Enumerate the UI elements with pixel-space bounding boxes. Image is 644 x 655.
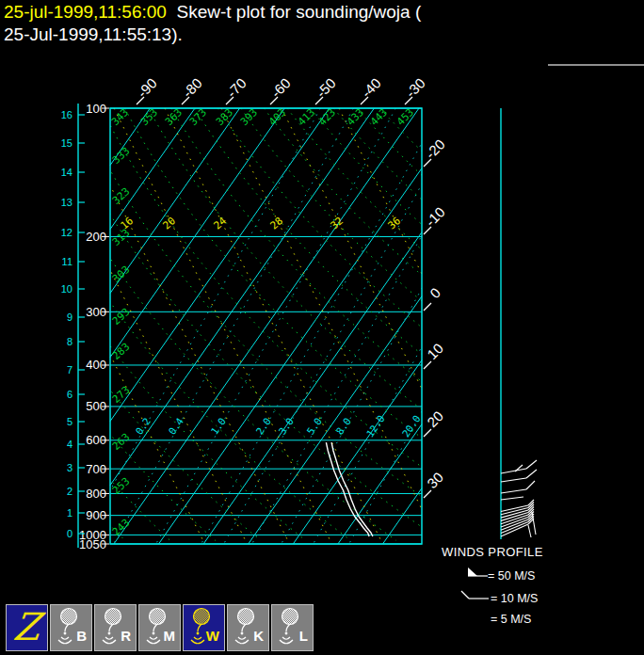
toolbar-button-b[interactable]: B	[50, 604, 92, 651]
svg-text:393: 393	[238, 106, 260, 128]
toolbar-button-z[interactable]: Z	[6, 604, 48, 651]
svg-text:343: 343	[109, 106, 131, 128]
svg-text:283: 283	[110, 341, 132, 362]
svg-text:0: 0	[67, 528, 72, 539]
button-letter: L	[299, 628, 308, 644]
button-letter: W	[206, 628, 219, 644]
svg-text:700: 700	[86, 462, 106, 476]
svg-text:-90: -90	[134, 74, 159, 100]
svg-text:12: 12	[61, 227, 72, 238]
button-letter: M	[164, 628, 176, 644]
winds-profile-title: WINDS PROFILE	[442, 545, 543, 559]
svg-text:300: 300	[86, 305, 106, 319]
legend-label-5ms: = 5 M/S	[491, 613, 531, 626]
mixing-ratio-lines	[81, 108, 589, 544]
toolbar-button-m[interactable]: M	[138, 604, 181, 651]
svg-text:-60: -60	[267, 74, 293, 100]
svg-text:6: 6	[67, 389, 72, 400]
svg-text:28: 28	[267, 215, 285, 232]
svg-text:263: 263	[110, 431, 132, 453]
svg-text:433: 433	[345, 106, 366, 128]
temperature-trace	[331, 442, 373, 536]
svg-text:600: 600	[86, 433, 106, 447]
svg-text:0: 0	[427, 284, 443, 301]
wind-profile	[501, 108, 537, 539]
svg-text:8: 8	[67, 336, 72, 347]
svg-text:-80: -80	[179, 74, 204, 100]
svg-text:15: 15	[61, 137, 72, 149]
svg-text:363: 363	[163, 106, 185, 128]
legend-symbols	[461, 567, 489, 602]
svg-text:-50: -50	[313, 74, 338, 100]
svg-text:500: 500	[86, 399, 106, 413]
svg-text:333: 333	[110, 145, 132, 167]
svg-text:293: 293	[110, 306, 132, 328]
svg-text:-40: -40	[358, 74, 383, 100]
svg-text:383: 383	[214, 106, 235, 128]
svg-text:30: 30	[424, 469, 446, 491]
svg-text:400: 400	[86, 358, 106, 372]
isotherms	[110, 108, 422, 544]
adiabat-labels: 3433533633733833934034134234334434533333…	[109, 106, 423, 538]
svg-text:24: 24	[211, 215, 229, 232]
svg-text:323: 323	[110, 185, 132, 207]
toolbar-button-k[interactable]: K	[227, 604, 269, 651]
svg-text:11: 11	[62, 256, 72, 267]
svg-text:-70: -70	[223, 74, 249, 100]
svg-text:200: 200	[86, 230, 106, 244]
svg-text:373: 373	[187, 106, 209, 128]
skewt-plot: 1002003004005006007008009001000105001234…	[0, 0, 644, 602]
svg-text:20: 20	[424, 407, 446, 430]
svg-text:36: 36	[385, 215, 403, 232]
svg-text:13: 13	[61, 197, 72, 208]
svg-text:-30: -30	[402, 74, 427, 100]
svg-text:800: 800	[86, 487, 106, 501]
svg-text:10: 10	[424, 340, 446, 362]
svg-text:12.0: 12.0	[364, 413, 387, 439]
toolbar: Z B	[6, 604, 314, 651]
svg-text:313: 313	[110, 227, 132, 248]
button-letter: K	[253, 628, 264, 644]
svg-text:273: 273	[110, 384, 132, 406]
svg-text:10: 10	[61, 283, 72, 295]
svg-text:1: 1	[67, 507, 72, 519]
app-window: { "title": { "line1_time": "25-jul-1999,…	[0, 0, 644, 655]
svg-text:353: 353	[138, 106, 160, 128]
svg-text:100: 100	[86, 102, 106, 116]
svg-text:403: 403	[266, 106, 288, 128]
svg-text:-20: -20	[422, 136, 447, 161]
svg-text:14: 14	[61, 167, 72, 178]
svg-text:900: 900	[86, 508, 106, 522]
legend-label-50ms: = 50 M/S	[488, 569, 535, 583]
button-letter: R	[121, 628, 131, 644]
svg-text:7: 7	[67, 364, 72, 375]
svg-text:423: 423	[316, 106, 338, 128]
z-script-icon: Z	[5, 605, 50, 648]
svg-text:9: 9	[67, 312, 72, 323]
button-letter: B	[76, 628, 87, 644]
moist-adiabats	[0, 108, 557, 544]
svg-text:20.0: 20.0	[400, 413, 423, 439]
legend-label-10ms: = 10 M/S	[491, 592, 538, 605]
toolbar-button-l[interactable]: L	[271, 604, 314, 651]
svg-text:453: 453	[394, 106, 416, 128]
svg-text:443: 443	[368, 106, 390, 128]
svg-text:1050: 1050	[79, 537, 106, 551]
svg-text:16: 16	[61, 109, 72, 120]
toolbar-button-w[interactable]: W	[183, 604, 225, 651]
height-axis: 012345678910111213141516	[61, 104, 85, 548]
svg-text:5: 5	[67, 416, 72, 427]
svg-text:3: 3	[67, 462, 72, 473]
svg-text:2: 2	[67, 486, 72, 497]
svg-text:4: 4	[67, 439, 72, 450]
svg-text:413: 413	[296, 106, 317, 128]
toolbar-button-r[interactable]: R	[94, 604, 137, 651]
svg-text:-10: -10	[422, 203, 447, 229]
